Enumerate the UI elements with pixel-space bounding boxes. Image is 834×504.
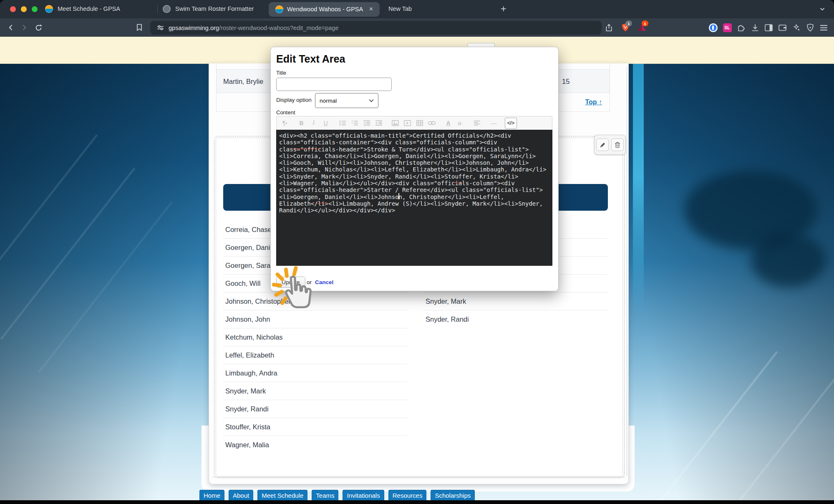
spellcheck-squiggle (455, 181, 462, 183)
window-close-button[interactable] (10, 6, 16, 12)
edit-text-area-dialog: Edit Text Area Title Display option norm… (270, 47, 559, 291)
url-bar[interactable]: gpsaswimming.org/roster-wendwood-wahoos?… (150, 21, 602, 35)
list-item: Snyder, Mark (423, 292, 608, 310)
display-option-value: normal (320, 98, 337, 104)
editor-toolbar: ¶▾ B I U (276, 116, 552, 130)
list-item: Snyder, Mark (223, 382, 408, 400)
display-option-label: Display option (276, 97, 312, 103)
tab-search-chevron-icon[interactable] (819, 6, 825, 12)
share-icon[interactable] (604, 23, 614, 33)
insert-link-button[interactable] (426, 118, 437, 129)
numbered-list-button[interactable] (349, 118, 360, 129)
edit-region-dashed-border (627, 67, 627, 476)
text-caret (398, 193, 399, 199)
swimmer-age-cell: 15 (562, 77, 569, 85)
insert-image-button[interactable] (390, 118, 401, 129)
spellcheck-squiggle (317, 202, 328, 204)
list-item: Leffel, Elizabeth (223, 346, 408, 364)
edit-pencil-button[interactable] (596, 139, 609, 151)
browser-toolbar: gpsaswimming.org/roster-wendwood-wahoos?… (0, 18, 834, 37)
menu-hamburger-icon[interactable] (818, 22, 829, 33)
content-field-label: Content (276, 109, 295, 116)
chevron-down-icon (369, 99, 374, 102)
tab-new-tab[interactable]: New Tab (388, 5, 412, 12)
swimmer-name-cell: Martin, Brylie (223, 77, 263, 85)
url-host: gpsaswimming.org (169, 25, 219, 31)
forward-button[interactable] (19, 23, 29, 33)
back-button[interactable] (6, 23, 16, 33)
site-settings-icon[interactable] (155, 23, 165, 33)
list-item: Snyder, Randi (223, 400, 408, 418)
html-source-textarea[interactable]: <div><h2 class="officials-main-title">Ce… (276, 130, 552, 266)
window-zoom-button[interactable] (32, 6, 38, 12)
bold-button[interactable]: B (296, 118, 307, 129)
alert-badge: 1 (642, 20, 648, 26)
new-tab-button[interactable]: + (501, 3, 506, 15)
title-field-label: Title (276, 70, 286, 76)
edit-region-dashed-border (212, 477, 625, 477)
underline-button[interactable]: U (320, 118, 331, 129)
list-item: Stouffer, Krista (223, 418, 408, 436)
sidebar-toggle-icon[interactable] (763, 22, 774, 33)
simplelogin-icon[interactable]: SL (722, 22, 733, 33)
url-path: /roster-wendwood-wahoos?edit_mode=page (219, 25, 339, 31)
indent-button[interactable] (373, 118, 384, 129)
password-manager-icon[interactable] (708, 22, 718, 33)
tab-title: Meet Schedule - GPSA (58, 5, 120, 12)
reload-button[interactable] (33, 23, 43, 33)
outdent-button[interactable] (361, 118, 372, 129)
gpsa-logo-icon (275, 5, 283, 13)
block-edit-toolbar (594, 135, 626, 155)
generic-site-icon (163, 5, 171, 13)
gpsa-logo-icon (45, 5, 53, 13)
privacy-shield-icon[interactable] (805, 22, 816, 33)
list-item: Snyder, Randi (423, 310, 608, 328)
tab-bar: Meet Schedule - GPSA Swim Team Roster Fo… (0, 0, 834, 18)
alert-extension-icon[interactable]: 1 (637, 23, 647, 33)
title-input[interactable] (276, 78, 392, 91)
pool-lane-line (633, 63, 644, 318)
click-indicator-cursor (272, 266, 321, 315)
tab-separator (157, 5, 158, 13)
list-item: Ketchum, Nicholas (223, 328, 408, 346)
window-minimize-button[interactable] (21, 6, 27, 12)
content-editor: ¶▾ B I U (276, 116, 552, 266)
dialog-title: Edit Text Area (276, 53, 345, 65)
tab-close-icon[interactable]: ✕ (369, 6, 373, 12)
tab-title: Wendwood Wahoos - GPSA (287, 6, 363, 13)
horizontal-rule-button[interactable]: — (488, 118, 499, 129)
spellcheck-squiggle (293, 148, 320, 149)
tab-title: Swim Team Roster Formatter (175, 5, 254, 12)
shield-badge: 1 (625, 20, 632, 26)
italic-button[interactable]: I (308, 118, 319, 129)
bullet-list-button[interactable] (337, 118, 348, 129)
code-view-button[interactable]: </> (505, 118, 517, 129)
align-button[interactable] (471, 118, 483, 129)
list-item: Limbaugh, Andra (223, 364, 408, 382)
top-anchor-link[interactable]: Top ↑ (585, 98, 602, 106)
insert-video-button[interactable] (402, 118, 413, 129)
paragraph-style-button[interactable]: ¶▾ (279, 118, 290, 129)
delete-trash-button[interactable] (611, 139, 624, 151)
bookmark-icon[interactable] (134, 23, 144, 33)
wallet-icon[interactable] (777, 22, 788, 33)
extensions-puzzle-icon[interactable] (736, 22, 746, 33)
brave-shield-icon[interactable]: 1 (620, 23, 630, 33)
window-bottom-edge (0, 500, 834, 504)
font-color-button[interactable]: A (443, 118, 454, 129)
leo-ai-sparkle-icon[interactable] (791, 22, 802, 33)
downloads-icon[interactable] (750, 22, 761, 33)
browser-window: Meet Schedule - GPSA Swim Team Roster Fo… (0, 0, 834, 504)
insert-table-button[interactable] (414, 118, 425, 129)
display-option-select[interactable]: normal (315, 93, 378, 108)
list-item: Wagner, Malia (223, 436, 408, 454)
font-size-button[interactable]: a↕ (455, 118, 466, 129)
tab-wendwood-wahoos-active[interactable]: Wendwood Wahoos - GPSA ✕ (269, 2, 380, 17)
